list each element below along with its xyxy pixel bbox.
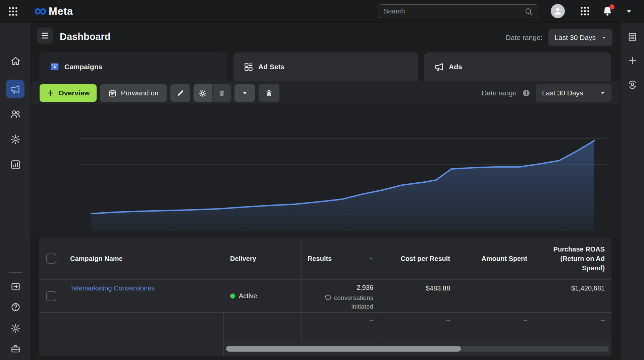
table-summary-section: – – – –	[39, 313, 611, 356]
apps-menu-button[interactable]	[579, 5, 592, 17]
sidebar-item-audiences[interactable]	[0, 108, 31, 120]
tab-label: Ads	[449, 63, 462, 71]
scrollbar-thumb[interactable]	[226, 346, 461, 352]
trash-icon	[218, 89, 226, 97]
overview-button[interactable]: Overview	[40, 84, 97, 102]
tab-ads[interactable]: Ads	[424, 52, 611, 81]
apps-grid-icon	[579, 5, 591, 17]
delete-button[interactable]	[259, 84, 279, 102]
purchase-roas-cell: $1,420,681	[534, 280, 611, 312]
more-actions-dropdown[interactable]	[234, 84, 255, 102]
sidebar-item-help[interactable]	[0, 301, 31, 313]
rail-item-add[interactable]	[621, 55, 644, 66]
search-input[interactable]	[384, 7, 524, 15]
schedule-label: Porwand on	[121, 89, 158, 97]
results-trend-chart	[80, 111, 607, 232]
header-purchase-roas[interactable]: Purchase ROAS (Return on Ad Spend)	[534, 238, 611, 279]
meta-logo: ∞ Meta	[34, 0, 73, 22]
cost-per-result-cell: $483.88	[380, 280, 457, 312]
header-amount-spent[interactable]: Amount Spent	[457, 238, 534, 279]
summary-spent-cell: –	[457, 313, 534, 342]
calendar-icon	[108, 89, 117, 97]
info-icon	[522, 89, 531, 97]
tab-ad-sets[interactable]: Ad Sets	[233, 52, 418, 81]
avatar[interactable]	[551, 4, 565, 18]
header-campaign-name[interactable]: Campaign Name	[64, 238, 224, 279]
sidebar-item-reports[interactable]	[0, 159, 31, 171]
export-doc-icon	[10, 281, 21, 292]
rail-item-account-sync[interactable]	[621, 79, 644, 90]
right-utility-rail	[620, 22, 644, 360]
gear-icon	[10, 323, 21, 333]
help-icon	[10, 302, 21, 312]
document-list-icon	[627, 32, 638, 42]
tab-campaigns[interactable]: Campaigns	[40, 52, 227, 81]
schedule-button[interactable]: Porwand on	[100, 84, 167, 102]
megaphone-icon	[434, 62, 444, 72]
toolbar: Overview Porwand on	[31, 81, 620, 105]
select-all-checkbox[interactable]	[46, 254, 56, 264]
row-select-cell	[39, 280, 64, 312]
campaign-name-cell: Telemarketing Conversiones	[64, 280, 224, 312]
account-menu-button[interactable]	[625, 7, 634, 16]
chat-bubble-icon	[324, 294, 332, 301]
header-cost-per-result[interactable]: Cost per Result	[380, 238, 457, 279]
settings-button[interactable]	[194, 84, 212, 102]
campaign-name-link[interactable]: Telemarketing Conversiones	[70, 284, 155, 292]
edit-button[interactable]	[170, 84, 190, 102]
rail-divider	[9, 272, 22, 273]
header-results-label: Results	[308, 255, 332, 263]
summary-frozen-cell	[39, 313, 224, 356]
gear-icon	[10, 134, 21, 145]
sidebar-item-settings[interactable]	[0, 133, 31, 145]
briefcase-icon	[10, 344, 21, 354]
menu-toggle-button[interactable]	[37, 28, 53, 44]
table-row: Telemarketing Conversiones Active 2,936 …	[39, 280, 611, 313]
date-range-dropdown[interactable]: Last 30 Days	[536, 84, 611, 102]
main-content: Dashboard Date range: Last 30 Days Campa…	[31, 22, 620, 360]
meta-infinity-icon: ∞	[34, 4, 47, 17]
summary-delivery-cell	[224, 313, 301, 342]
date-range-label: Date range:	[506, 34, 543, 42]
sort-desc-icon	[369, 256, 373, 261]
megaphone-icon	[10, 84, 21, 95]
results-cell: 2,936 conversations initiated	[301, 280, 380, 312]
delivery-status: Active	[239, 292, 257, 300]
search-box	[378, 4, 538, 18]
sidebar-item-export[interactable]	[0, 280, 31, 292]
tab-label: Ad Sets	[258, 63, 284, 71]
sidebar-item-settings-bottom[interactable]	[0, 322, 31, 334]
sidebar-item-campaigns[interactable]	[6, 80, 24, 98]
trash-icon	[265, 89, 273, 97]
scrollbar-track[interactable]	[226, 346, 609, 352]
settings-delete-group	[194, 84, 231, 102]
apps-grid-button[interactable]	[7, 4, 21, 18]
apps-grid-icon	[7, 6, 19, 17]
rail-item-notes[interactable]	[621, 31, 644, 43]
left-navigation-rail	[0, 22, 31, 360]
chevron-down-icon	[600, 90, 605, 96]
overview-label: Overview	[58, 89, 90, 97]
toolbar-date-range: Date range Last 30 Days	[482, 81, 611, 105]
header-select-cell	[39, 238, 64, 279]
date-range-value: Last 30 Days	[554, 34, 596, 42]
sidebar-item-business-tools[interactable]	[0, 343, 31, 355]
row-checkbox[interactable]	[46, 291, 56, 301]
table-row: – – – –	[224, 313, 611, 342]
date-range-dropdown[interactable]: Last 30 Days	[548, 29, 612, 46]
header-delivery[interactable]: Delivery	[224, 238, 301, 279]
header-results[interactable]: Results	[301, 238, 380, 279]
plus-icon	[627, 55, 638, 66]
tab-label: Campaigns	[64, 63, 102, 71]
bar-chart-icon	[10, 159, 21, 170]
summary-cost-cell: –	[380, 313, 457, 342]
delete-button-muted[interactable]	[212, 84, 231, 102]
chevron-down-icon	[241, 89, 249, 97]
date-range-label: Date range	[482, 89, 517, 97]
results-value: 2,936	[357, 284, 373, 291]
topbar: ∞ Meta	[0, 0, 644, 22]
results-type: conversations initiated	[317, 294, 373, 311]
status-dot-active	[230, 294, 235, 299]
notifications-button[interactable]	[602, 4, 615, 18]
notification-badge	[609, 4, 614, 9]
